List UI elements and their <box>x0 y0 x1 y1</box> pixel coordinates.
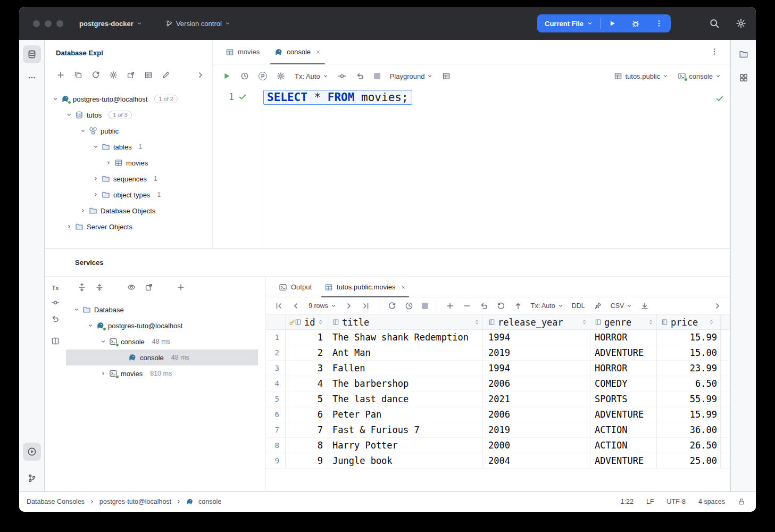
session-switcher-dropdown[interactable]: console <box>678 72 721 80</box>
cell-price[interactable]: 36.00 <box>657 422 721 438</box>
cell-genre[interactable]: HORROR <box>590 361 657 376</box>
commit-mode-icon[interactable] <box>51 298 60 307</box>
cell-price[interactable]: 15.99 <box>657 330 721 345</box>
tree-item-sequences[interactable]: sequences 1 <box>45 171 212 187</box>
refresh-icon[interactable] <box>91 71 100 79</box>
view-as-table-icon[interactable] <box>442 72 451 80</box>
close-icon[interactable] <box>315 49 321 55</box>
jump-to-console-icon[interactable] <box>127 71 135 79</box>
cell-id[interactable]: 9 <box>286 453 328 469</box>
table-row[interactable]: 9 9 Jungle book 2004 ADVENTURE 25.00 <box>266 453 730 469</box>
cell-price[interactable]: 25.00 <box>657 453 721 469</box>
more-run-options-button[interactable] <box>647 14 671 32</box>
chevron-right-icon[interactable] <box>196 71 205 79</box>
column-header-id[interactable]: id <box>286 315 328 329</box>
code-line[interactable]: SELECT * FROM movies; <box>262 89 709 106</box>
structure-toolwindow-button[interactable] <box>735 69 753 87</box>
window-controls[interactable] <box>33 20 63 27</box>
cell-genre[interactable]: HORROR <box>590 330 657 345</box>
service-item-console-result[interactable]: console 48 ms <box>66 350 258 365</box>
cell-price[interactable]: 23.99 <box>657 361 721 376</box>
tree-item-object-types[interactable]: object types 1 <box>45 187 212 203</box>
playground-dropdown[interactable]: Playground <box>390 72 433 80</box>
stop-icon[interactable] <box>374 73 380 79</box>
cell-release-year[interactable]: 1994 <box>483 330 590 345</box>
tab-movies[interactable]: movies <box>218 40 267 64</box>
cell-title[interactable]: The last dance <box>328 392 483 407</box>
cell-genre[interactable]: ACTION <box>590 438 657 453</box>
collapse-all-icon[interactable] <box>95 283 104 292</box>
chevron-right-icon[interactable] <box>713 302 722 310</box>
previous-page-icon[interactable] <box>291 302 300 310</box>
chevron-down-icon[interactable] <box>74 307 79 312</box>
sort-icon[interactable] <box>648 319 654 325</box>
chevron-right-icon[interactable] <box>101 371 106 376</box>
row-number-cell[interactable]: 9 <box>266 453 286 469</box>
tx-mode-dropdown[interactable]: Tx: Auto <box>531 302 563 310</box>
parameters-icon[interactable]: P <box>259 72 267 80</box>
service-item-database[interactable]: Database <box>66 302 258 318</box>
chevron-right-icon[interactable] <box>93 192 98 197</box>
last-page-icon[interactable] <box>362 302 370 310</box>
tree-item-server-objects[interactable]: Server Objects <box>45 219 212 235</box>
project-widget[interactable]: postgres-docker <box>79 20 142 28</box>
tab-output[interactable]: Output <box>272 277 318 297</box>
row-number-cell[interactable]: 4 <box>266 376 286 392</box>
cell-id[interactable]: 1 <box>286 330 328 345</box>
add-service-icon[interactable] <box>177 283 185 292</box>
execution-time-icon[interactable] <box>405 302 413 310</box>
delete-row-icon[interactable] <box>463 302 471 310</box>
cell-price[interactable]: 15.00 <box>657 345 721 361</box>
chevron-down-icon[interactable] <box>93 144 98 149</box>
cell-id[interactable]: 7 <box>286 422 328 438</box>
tab-console[interactable]: console <box>267 40 328 64</box>
code-editor[interactable]: 1 SELECT * FROM movies; <box>213 88 730 248</box>
tree-item-database-objects[interactable]: Database Objects <box>45 203 212 219</box>
first-page-icon[interactable] <box>274 302 283 310</box>
breadcrumb-item[interactable]: console <box>198 498 221 505</box>
submit-changes-icon[interactable] <box>514 302 522 310</box>
table-row[interactable]: 6 6 Peter Pan 2006 ADVENTURE 15.99 <box>266 407 730 422</box>
page-size-dropdown[interactable]: 9 rows <box>309 302 336 310</box>
row-number-cell[interactable]: 1 <box>266 330 286 345</box>
chevron-right-icon[interactable] <box>80 208 86 213</box>
zoom-window-button[interactable] <box>56 20 63 27</box>
stop-icon[interactable] <box>422 303 428 309</box>
commit-mode-icon[interactable] <box>338 72 346 80</box>
cell-release-year[interactable]: 2006 <box>483 407 590 422</box>
caret-position-widget[interactable]: 1:22 <box>621 498 634 505</box>
cell-release-year[interactable]: 2021 <box>483 392 590 407</box>
cell-id[interactable]: 3 <box>286 361 328 376</box>
rollback-icon[interactable] <box>51 314 60 323</box>
column-header-title[interactable]: title <box>328 315 483 329</box>
tree-item-table-movies[interactable]: movies <box>45 155 212 171</box>
cell-genre[interactable]: ACTION <box>590 422 657 438</box>
reload-page-icon[interactable] <box>388 302 396 310</box>
cell-price[interactable]: 26.50 <box>657 438 721 453</box>
close-window-button[interactable] <box>33 20 40 27</box>
cell-release-year[interactable]: 2006 <box>483 376 590 392</box>
revert-icon[interactable] <box>497 302 505 310</box>
row-number-cell[interactable]: 2 <box>266 345 286 361</box>
cell-genre[interactable]: SPORTS <box>590 392 657 407</box>
cell-price[interactable]: 6.50 <box>657 376 721 392</box>
chevron-right-icon[interactable] <box>66 224 72 229</box>
ide-settings-button[interactable] <box>736 18 746 29</box>
cell-title[interactable]: The barbershop <box>328 376 483 392</box>
sort-icon[interactable] <box>581 319 587 325</box>
table-row[interactable]: 5 5 The last dance 2021 SPORTS 55.99 <box>266 392 730 407</box>
database-toolwindow-button[interactable] <box>23 45 41 63</box>
chevron-down-icon[interactable] <box>66 112 72 118</box>
tx-toggle[interactable]: Tx <box>52 285 59 291</box>
add-data-source-icon[interactable] <box>56 71 65 79</box>
more-vertical-icon[interactable] <box>710 47 719 56</box>
chevron-down-icon[interactable] <box>101 339 106 344</box>
tx-mode-dropdown[interactable]: Tx: Auto <box>295 72 328 80</box>
service-item-console-session[interactable]: console 48 ms <box>66 334 258 350</box>
cell-genre[interactable]: ADVENTURE <box>590 345 657 361</box>
settings-gear-icon[interactable] <box>277 72 285 80</box>
lock-icon[interactable] <box>738 498 745 505</box>
chevron-right-icon[interactable] <box>106 160 111 165</box>
cell-price[interactable]: 55.99 <box>657 392 721 407</box>
next-page-icon[interactable] <box>345 302 353 310</box>
